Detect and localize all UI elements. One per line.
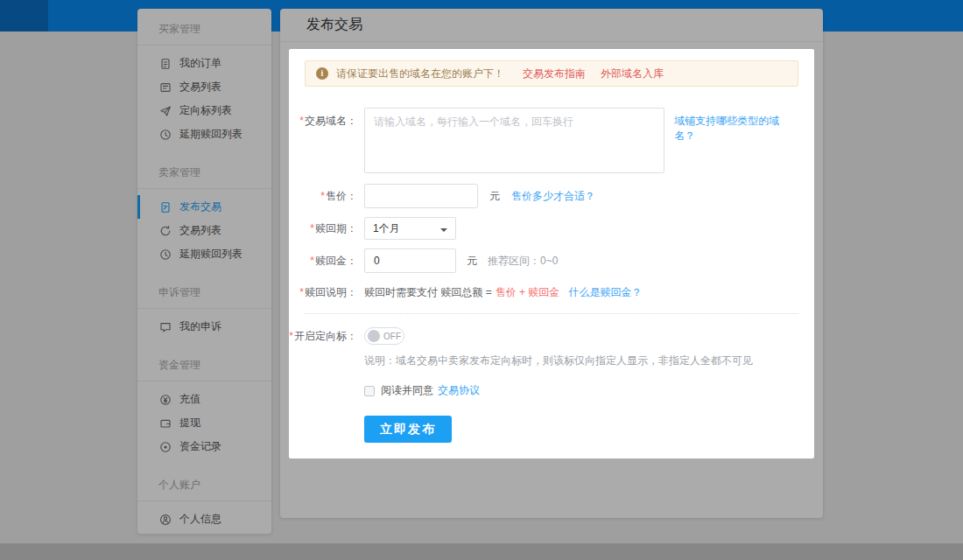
domain-help-link[interactable]: 域铺支持哪些类型的域名？ xyxy=(674,108,798,144)
directed-toggle[interactable]: OFF xyxy=(364,327,404,345)
field-row-price: *售价： 元 售价多少才合适？ xyxy=(289,184,798,208)
chevron-down-icon xyxy=(440,228,447,235)
agreement-row: 阅读并同意 交易协议 xyxy=(364,383,798,398)
publish-form-panel: i 请保证要出售的域名在您的账户下！ 交易发布指南 外部域名入库 *交易域名： … xyxy=(289,49,814,458)
info-icon: i xyxy=(316,67,328,80)
required-mark: * xyxy=(299,115,304,127)
price-help-link[interactable]: 售价多少才合适？ xyxy=(511,189,595,204)
field-row-redeem-period: *赎回期： 1个月 xyxy=(289,217,798,240)
price-label: *售价： xyxy=(289,189,357,204)
redeem-period-select[interactable]: 1个月 xyxy=(364,217,456,240)
publish-button[interactable]: 立即发布 xyxy=(364,416,452,443)
field-row-domain: *交易域名： 域铺支持哪些类型的域名？ xyxy=(289,108,798,173)
agreement-link[interactable]: 交易协议 xyxy=(438,383,480,398)
redeem-fee-unit: 元 xyxy=(467,254,477,269)
redeem-note-text: 赎回时需要支付 赎回总额 = xyxy=(364,285,492,300)
directed-note: 说明：域名交易中卖家发布定向标时，则该标仅向指定人显示，非指定人全都不可见 xyxy=(364,354,798,368)
domain-input[interactable] xyxy=(364,108,664,173)
field-row-directed: *开启定向标： OFF xyxy=(289,327,798,345)
redeem-fee-input[interactable] xyxy=(364,248,456,273)
redeem-fee-label: *赎回金： xyxy=(289,254,357,269)
field-row-redeem-note: *赎回说明： 赎回时需要支付 赎回总额 = 售价 + 赎回金 什么是赎回金？ xyxy=(289,285,798,300)
redeem-period-label: *赎回期： xyxy=(289,221,357,236)
redeem-formula: 售价 + 赎回金 xyxy=(496,285,560,300)
section-divider xyxy=(305,313,798,314)
directed-label: *开启定向标： xyxy=(289,329,357,344)
redeem-note-label: *赎回说明： xyxy=(289,285,357,300)
banner-text: 请保证要出售的域名在您的账户下！ xyxy=(336,66,504,81)
redeem-fee-hint: 推荐区间：0~0 xyxy=(488,254,558,269)
toggle-knob-icon xyxy=(368,330,380,342)
price-input[interactable] xyxy=(364,184,478,208)
redeem-fee-help-link[interactable]: 什么是赎回金？ xyxy=(568,285,642,300)
main-card: 发布交易 i 请保证要出售的域名在您的账户下！ 交易发布指南 外部域名入库 *交… xyxy=(280,9,823,518)
field-row-redeem-fee: *赎回金： 元 推荐区间：0~0 xyxy=(289,248,798,273)
agreement-checkbox[interactable] xyxy=(364,386,375,396)
external-domain-link[interactable]: 外部域名入库 xyxy=(601,66,664,81)
publish-guide-link[interactable]: 交易发布指南 xyxy=(523,66,586,81)
agreement-text: 阅读并同意 xyxy=(381,383,433,398)
redeem-period-value: 1个月 xyxy=(373,221,400,236)
warning-banner: i 请保证要出售的域名在您的账户下！ 交易发布指南 外部域名入库 xyxy=(305,60,798,87)
toggle-state: OFF xyxy=(383,332,401,341)
price-unit: 元 xyxy=(489,189,500,204)
domain-label: *交易域名： xyxy=(289,108,357,129)
